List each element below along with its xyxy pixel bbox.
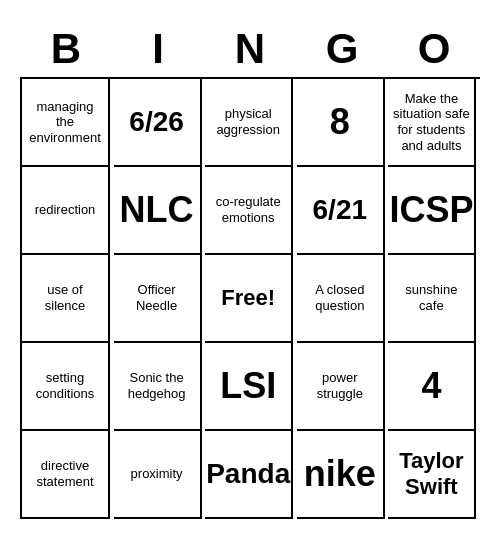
- cell-r4-c0[interactable]: directive statement: [22, 431, 110, 519]
- cell-r4-c1[interactable]: proximity: [114, 431, 202, 519]
- cell-r3-c2[interactable]: LSI: [205, 343, 293, 431]
- cell-r0-c0[interactable]: managing the environment: [22, 79, 110, 167]
- cell-r3-c3[interactable]: power struggle: [297, 343, 385, 431]
- cell-r1-c4[interactable]: ICSP: [388, 167, 476, 255]
- cell-r1-c3[interactable]: 6/21: [297, 167, 385, 255]
- title-g: G: [298, 25, 386, 73]
- cell-r1-c2[interactable]: co-regulate emotions: [205, 167, 293, 255]
- cell-r1-c1[interactable]: NLC: [114, 167, 202, 255]
- cell-r0-c3[interactable]: 8: [297, 79, 385, 167]
- cell-r2-c1[interactable]: Officer Needle: [114, 255, 202, 343]
- title-b: B: [22, 25, 110, 73]
- cell-r2-c4[interactable]: sunshine cafe: [388, 255, 476, 343]
- cell-r0-c2[interactable]: physical aggression: [205, 79, 293, 167]
- title-n: N: [206, 25, 294, 73]
- cell-r4-c4[interactable]: Taylor Swift: [388, 431, 476, 519]
- title-o: O: [390, 25, 478, 73]
- cell-r3-c4[interactable]: 4: [388, 343, 476, 431]
- cell-r0-c4[interactable]: Make the situation safe for students and…: [388, 79, 476, 167]
- cell-r0-c1[interactable]: 6/26: [114, 79, 202, 167]
- cell-r3-c1[interactable]: Sonic the hedgehog: [114, 343, 202, 431]
- bingo-card: B I N G O managing the environment6/26ph…: [10, 15, 490, 529]
- cell-r2-c0[interactable]: use of silence: [22, 255, 110, 343]
- cell-r2-c3[interactable]: A closed question: [297, 255, 385, 343]
- cell-r4-c2[interactable]: Panda: [205, 431, 293, 519]
- cell-r4-c3[interactable]: nike: [297, 431, 385, 519]
- title-i: I: [114, 25, 202, 73]
- cell-r2-c2[interactable]: Free!: [205, 255, 293, 343]
- bingo-grid: managing the environment6/26physical agg…: [20, 77, 480, 519]
- cell-r1-c0[interactable]: redirection: [22, 167, 110, 255]
- bingo-title: B I N G O: [20, 25, 480, 73]
- cell-r3-c0[interactable]: setting conditions: [22, 343, 110, 431]
